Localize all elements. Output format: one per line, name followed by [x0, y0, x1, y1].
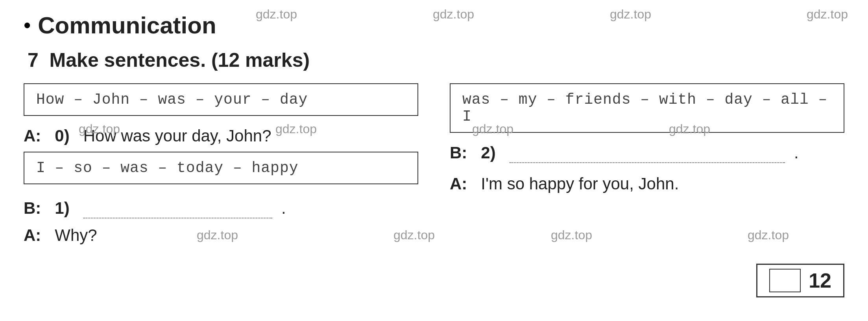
watermark-5: gdz.top — [79, 122, 120, 136]
watermark-4: gdz.top — [807, 7, 848, 22]
task-title: 7 Make sentences. (12 marks) — [28, 49, 844, 72]
section-bullet: • — [24, 15, 31, 36]
watermark-7: gdz.top — [472, 122, 513, 136]
dialogue-b2: B: 2) . — [450, 141, 844, 165]
dialogue-b1: B: 1) . — [24, 197, 418, 220]
dialogue-b1-dots — [83, 218, 272, 218]
watermark-12: gdz.top — [748, 228, 789, 242]
right-column: was – my – friends – with – day – all – … — [450, 83, 844, 251]
dialogue-b2-label: B: — [450, 143, 467, 162]
dialogue-b2-dots — [510, 162, 785, 163]
watermark-9: gdz.top — [197, 228, 238, 242]
task-instruction: Make sentences. (12 marks) — [50, 49, 310, 71]
columns-container: How – John – was – your – day A: 0) How … — [24, 83, 844, 251]
watermark-11: gdz.top — [551, 228, 592, 242]
watermark-6: gdz.top — [275, 122, 317, 136]
watermark-2: gdz.top — [433, 7, 474, 22]
dialogue-a0-number: 0) — [55, 127, 69, 145]
dialogue-a-why-text: Why? — [55, 226, 97, 244]
section-title: Communication — [38, 12, 216, 39]
score-value: 12 — [809, 269, 831, 292]
dialogue-a-happy: A: I'm so happy for you, John. — [450, 172, 844, 196]
left-column: How – John – was – your – day A: 0) How … — [24, 83, 418, 251]
word-box-1: How – John – was – your – day — [24, 83, 418, 116]
watermark-10: gdz.top — [393, 228, 435, 242]
dialogue-b1-label: B: — [24, 199, 41, 217]
dialogue-a-happy-text: I'm so happy for you, John. — [481, 174, 679, 193]
watermark-3: gdz.top — [610, 7, 651, 22]
dialogue-b1-number: 1) — [55, 199, 69, 217]
task-number: 7 — [28, 49, 39, 71]
dialogue-a-happy-label: A: — [450, 174, 467, 193]
watermark-1: gdz.top — [256, 7, 297, 22]
dialogue-a-why-label: A: — [24, 226, 41, 244]
score-box: 12 — [756, 264, 844, 297]
word-box-2: I – so – was – today – happy — [24, 152, 418, 184]
score-empty-cell — [769, 269, 801, 292]
dialogue-a0-label: A: — [24, 127, 41, 145]
watermark-8: gdz.top — [669, 122, 710, 136]
page: gdz.top gdz.top gdz.top gdz.top gdz.top … — [0, 0, 868, 321]
dialogue-b2-number: 2) — [481, 143, 495, 162]
